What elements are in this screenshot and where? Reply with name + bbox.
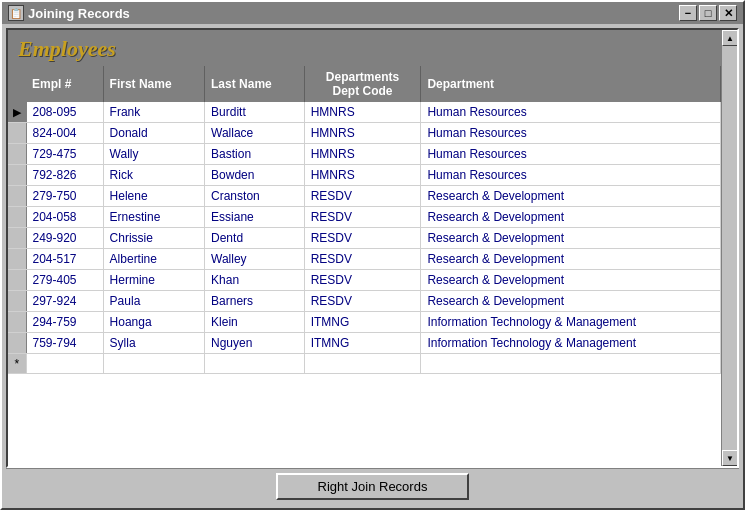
close-button[interactable]: ✕ bbox=[719, 5, 737, 21]
cell-code: HMNRS bbox=[304, 165, 421, 186]
new-row-cell[interactable] bbox=[205, 354, 305, 374]
cell-empl: 792-826 bbox=[26, 165, 103, 186]
cell-dept: Research & Development bbox=[421, 207, 721, 228]
table-row[interactable]: 279-405HermineKhanRESDVResearch & Develo… bbox=[8, 270, 721, 291]
cell-empl: 824-004 bbox=[26, 123, 103, 144]
new-row-cell[interactable] bbox=[26, 354, 103, 374]
table-row[interactable]: 204-058ErnestineEssianeRESDVResearch & D… bbox=[8, 207, 721, 228]
row-selector[interactable] bbox=[8, 165, 26, 186]
right-join-button[interactable]: Right Join Records bbox=[276, 473, 470, 500]
cell-dept: Information Technology & Management bbox=[421, 333, 721, 354]
bottom-bar: Right Join Records bbox=[6, 468, 739, 504]
new-row-cell[interactable] bbox=[304, 354, 421, 374]
table-row[interactable]: 249-920ChrissieDentdRESDVResearch & Deve… bbox=[8, 228, 721, 249]
scroll-down-button[interactable]: ▼ bbox=[722, 450, 737, 466]
maximize-button[interactable]: □ bbox=[699, 5, 717, 21]
table-row[interactable]: 792-826RickBowdenHMNRSHuman Resources bbox=[8, 165, 721, 186]
scroll-up-button[interactable]: ▲ bbox=[722, 30, 737, 46]
cell-empl: 279-405 bbox=[26, 270, 103, 291]
col-first-name: First Name bbox=[103, 66, 204, 102]
new-row-cell[interactable] bbox=[421, 354, 721, 374]
new-row-cell[interactable] bbox=[103, 354, 204, 374]
row-selector[interactable] bbox=[8, 144, 26, 165]
cell-code: ITMNG bbox=[304, 333, 421, 354]
col-last-name: Last Name bbox=[205, 66, 305, 102]
cell-last: Khan bbox=[205, 270, 305, 291]
cell-first: Hermine bbox=[103, 270, 204, 291]
window-icon: 📋 bbox=[8, 5, 24, 21]
employees-title: Employees bbox=[18, 36, 116, 61]
cell-code: RESDV bbox=[304, 228, 421, 249]
row-selector[interactable] bbox=[8, 291, 26, 312]
col-department: Department bbox=[421, 66, 721, 102]
cell-code: HMNRS bbox=[304, 144, 421, 165]
cell-empl: 208-095 bbox=[26, 102, 103, 123]
cell-first: Albertine bbox=[103, 249, 204, 270]
table-scroll-area[interactable]: Employees Empl # First Name Last Name De… bbox=[8, 30, 721, 466]
cell-last: Essiane bbox=[205, 207, 305, 228]
cell-last: Dentd bbox=[205, 228, 305, 249]
cell-empl: 279-750 bbox=[26, 186, 103, 207]
cell-dept: Human Resources bbox=[421, 144, 721, 165]
row-selector[interactable] bbox=[8, 228, 26, 249]
cell-empl: 729-475 bbox=[26, 144, 103, 165]
table-row[interactable]: 824-004DonaldWallaceHMNRSHuman Resources bbox=[8, 123, 721, 144]
col-dept-code: Departments Dept Code bbox=[304, 66, 421, 102]
content-area: Employees Empl # First Name Last Name De… bbox=[2, 24, 743, 508]
scroll-track bbox=[722, 46, 737, 450]
cell-first: Frank bbox=[103, 102, 204, 123]
cell-last: Bastion bbox=[205, 144, 305, 165]
row-selector[interactable] bbox=[8, 207, 26, 228]
cell-first: Rick bbox=[103, 165, 204, 186]
new-record-row[interactable]: * bbox=[8, 354, 721, 374]
cell-dept: Human Resources bbox=[421, 123, 721, 144]
minimize-button[interactable]: − bbox=[679, 5, 697, 21]
row-selector[interactable]: ▶ bbox=[8, 102, 26, 123]
table-row[interactable]: 729-475WallyBastionHMNRSHuman Resources bbox=[8, 144, 721, 165]
vertical-scrollbar[interactable]: ▲ ▼ bbox=[721, 30, 737, 466]
table-row[interactable]: 279-750HeleneCranstonRESDVResearch & Dev… bbox=[8, 186, 721, 207]
cell-first: Chrissie bbox=[103, 228, 204, 249]
cell-last: Barners bbox=[205, 291, 305, 312]
main-window: 📋 Joining Records − □ ✕ Employees bbox=[0, 0, 745, 510]
cell-empl: 204-058 bbox=[26, 207, 103, 228]
selector-col-header bbox=[8, 66, 26, 102]
cell-dept: Research & Development bbox=[421, 228, 721, 249]
cell-code: RESDV bbox=[304, 249, 421, 270]
table-row[interactable]: 759-794SyllaNguyenITMNGInformation Techn… bbox=[8, 333, 721, 354]
cell-empl: 204-517 bbox=[26, 249, 103, 270]
table-row[interactable]: ▶208-095FrankBurdittHMNRSHuman Resources bbox=[8, 102, 721, 123]
title-bar-left: 📋 Joining Records bbox=[8, 5, 130, 21]
table-row[interactable]: 204-517AlbertineWalleyRESDVResearch & De… bbox=[8, 249, 721, 270]
cell-first: Hoanga bbox=[103, 312, 204, 333]
title-bar: 📋 Joining Records − □ ✕ bbox=[2, 2, 743, 24]
window-title: Joining Records bbox=[28, 6, 130, 21]
cell-first: Sylla bbox=[103, 333, 204, 354]
row-selector[interactable] bbox=[8, 312, 26, 333]
cell-code: HMNRS bbox=[304, 123, 421, 144]
cell-empl: 297-924 bbox=[26, 291, 103, 312]
table-row[interactable]: 297-924PaulaBarnersRESDVResearch & Devel… bbox=[8, 291, 721, 312]
cell-dept: Research & Development bbox=[421, 270, 721, 291]
table-row[interactable]: 294-759HoangaKleinITMNGInformation Techn… bbox=[8, 312, 721, 333]
cell-dept: Human Resources bbox=[421, 165, 721, 186]
row-selector[interactable] bbox=[8, 270, 26, 291]
data-table: Empl # First Name Last Name Departments … bbox=[8, 66, 721, 374]
row-selector[interactable] bbox=[8, 249, 26, 270]
row-selector[interactable] bbox=[8, 333, 26, 354]
row-selector[interactable] bbox=[8, 186, 26, 207]
row-selector[interactable] bbox=[8, 123, 26, 144]
cell-last: Walley bbox=[205, 249, 305, 270]
table-container: Employees Empl # First Name Last Name De… bbox=[6, 28, 739, 468]
cell-empl: 294-759 bbox=[26, 312, 103, 333]
cell-dept: Research & Development bbox=[421, 291, 721, 312]
cell-dept: Research & Development bbox=[421, 249, 721, 270]
cell-first: Wally bbox=[103, 144, 204, 165]
cell-code: ITMNG bbox=[304, 312, 421, 333]
cell-dept: Human Resources bbox=[421, 102, 721, 123]
cell-code: RESDV bbox=[304, 291, 421, 312]
cell-first: Paula bbox=[103, 291, 204, 312]
column-header-row: Empl # First Name Last Name Departments … bbox=[8, 66, 721, 102]
cell-empl: 759-794 bbox=[26, 333, 103, 354]
cell-last: Nguyen bbox=[205, 333, 305, 354]
